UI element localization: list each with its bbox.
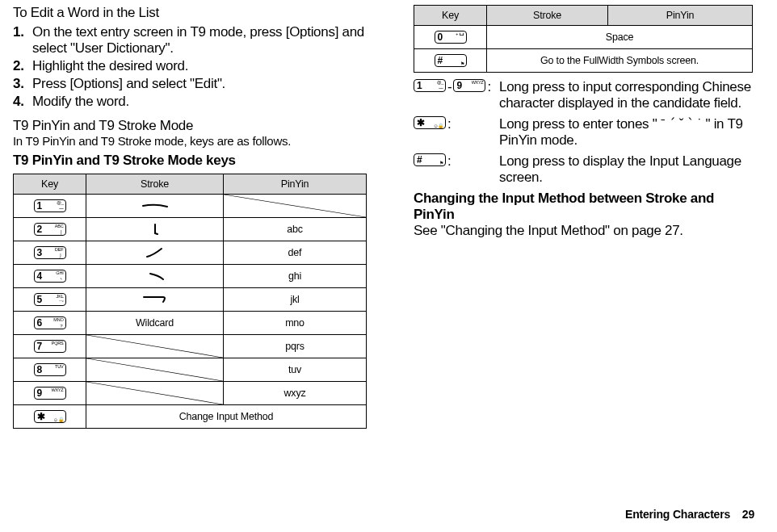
diagonal-blank-icon <box>86 358 223 381</box>
keycap-hash-icon: #⚑ <box>414 153 446 166</box>
cell-pinyin: wxyz <box>224 382 367 405</box>
keycap-7-icon: 7PQRS <box>34 340 66 353</box>
svg-line-1 <box>86 335 223 358</box>
def-hash: #⚑ : Long press to display the Input Lan… <box>414 153 753 186</box>
table-row: #⚑Go to the FullWidth Symbols screen. <box>414 49 753 73</box>
def-dash: - <box>447 79 452 95</box>
cell-key: 4GHI丶 <box>14 265 86 288</box>
heading-change-method: Changing the Input Method between Stroke… <box>414 191 753 223</box>
table-row: 9WXYZwxyz <box>14 382 367 405</box>
cell-pinyin: def <box>224 241 367 265</box>
heading-edit-word: To Edit a Word in the List <box>13 5 367 21</box>
table-header: Key <box>414 6 487 26</box>
step-item: 3.Press [Options] and select "Edit". <box>13 76 367 92</box>
def-star: ✱☺🔒 : Long press to enter tones " ˉ ˊ ˇ … <box>414 116 753 149</box>
keycap-8-icon: 8TUV <box>34 363 66 376</box>
cell-stroke <box>86 241 224 265</box>
stroke-zhe-icon <box>139 294 171 305</box>
def-1-9: 1@_一 - 9WXYZ : Long press to input corre… <box>414 79 753 111</box>
keycap-9-icon: 9WXYZ <box>453 79 485 92</box>
table-row: ✱☺🔒Change Input Method <box>14 405 367 429</box>
keycap-#-icon: #⚑ <box>435 54 467 67</box>
cell-pinyin <box>224 195 367 218</box>
step-number: 3. <box>13 76 32 92</box>
step-item: 2.Highlight the desired word. <box>13 58 367 74</box>
cell-stroke <box>86 265 224 288</box>
def-1-9-text: Long press to input corresponding Chines… <box>499 79 753 111</box>
table-header: PinYin <box>608 6 753 26</box>
stroke-shu-icon <box>139 224 171 235</box>
keycap-3-icon: 3DEF丿 <box>34 246 66 259</box>
step-item: 1.On the text entry screen in T9 mode, p… <box>13 24 367 57</box>
cell-key: 7PQRS <box>14 335 86 358</box>
svg-line-3 <box>86 382 223 404</box>
diagonal-blank-icon <box>86 382 223 404</box>
keycap-6-icon: 6MNO？ <box>34 316 66 329</box>
cell-key: 9WXYZ <box>14 382 86 405</box>
step-text: On the text entry screen in T9 mode, pre… <box>32 24 367 57</box>
keycap-2-icon: 2ABC丨 <box>34 223 66 236</box>
cell-key: 3DEF丿 <box>14 241 86 265</box>
cell-stroke <box>86 288 224 312</box>
cell-stroke <box>86 195 224 218</box>
cell-key: 8TUV <box>14 358 86 382</box>
cell-pinyin: jkl <box>224 288 367 312</box>
step-text: Highlight the desired word. <box>32 58 367 74</box>
table-row: 6MNO？Wildcardmno <box>14 312 367 335</box>
table-row: 1@_一 <box>14 195 367 218</box>
cell-key: 0+ ⌴ <box>414 26 487 49</box>
keycap-1-icon: 1@_一 <box>414 79 446 92</box>
diagonal-blank-icon <box>224 195 366 217</box>
step-item: 4.Modify the word. <box>13 94 367 110</box>
cell-stroke <box>86 335 224 358</box>
footer-label: Entering Characters <box>625 508 730 521</box>
stroke-heng-icon <box>139 200 171 212</box>
cell-key: ✱☺🔒 <box>14 405 86 429</box>
keycap-1-icon: 1@_一 <box>34 199 66 212</box>
keycap-star-icon: ✱☺🔒 <box>414 116 446 129</box>
cell-span: Go to the FullWidth Symbols screen. <box>487 49 753 73</box>
table-header: Key <box>14 174 86 195</box>
cell-pinyin: mno <box>224 312 367 335</box>
keycap-4-icon: 4GHI丶 <box>34 270 66 283</box>
table-header: Stroke <box>487 6 608 26</box>
keycap-5-icon: 5JKL乛 <box>34 293 66 306</box>
heading-mode: T9 PinYin and T9 Stroke Mode <box>13 118 367 134</box>
table-header: Stroke <box>86 174 224 195</box>
cell-pinyin: pqrs <box>224 335 367 358</box>
footer-page: 29 <box>742 508 754 521</box>
def-colon: : <box>447 153 451 170</box>
cell-stroke <box>86 358 224 382</box>
def-hash-text: Long press to display the Input Language… <box>499 153 753 186</box>
keycap-0-icon: 0+ ⌴ <box>435 31 467 44</box>
cell-key: 6MNO？ <box>14 312 86 335</box>
steps-list: 1.On the text entry screen in T9 mode, p… <box>13 24 367 110</box>
diagonal-blank-icon <box>86 335 223 358</box>
svg-line-0 <box>224 195 366 217</box>
keycap-✱-icon: ✱☺🔒 <box>34 410 66 423</box>
step-text: Press [Options] and select "Edit". <box>32 76 367 92</box>
step-number: 4. <box>13 94 32 110</box>
cell-span: Space <box>487 26 753 49</box>
mode-intro: In T9 PinYin and T9 Stroke mode, keys ar… <box>13 134 367 148</box>
table-row: 4GHI丶ghi <box>14 265 367 288</box>
cell-stroke <box>86 218 224 241</box>
cell-stroke <box>86 382 224 405</box>
page-footer: Entering Characters 29 <box>625 508 754 521</box>
cell-key: 5JKL乛 <box>14 288 86 312</box>
table-row: 3DEF丿def <box>14 241 367 265</box>
stroke-table-2: KeyStrokePinYin 0+ ⌴Space#⚑Go to the Ful… <box>414 5 753 73</box>
stroke-table-1: KeyStrokePinYin 1@_一2ABC丨abc3DEF丿def4GHI… <box>13 174 367 429</box>
table-row: 8TUVtuv <box>14 358 367 382</box>
step-text: Modify the word. <box>32 94 367 110</box>
svg-line-2 <box>86 358 223 381</box>
def-colon: : <box>487 79 490 95</box>
cell-pinyin: abc <box>224 218 367 241</box>
table-row: 7PQRSpqrs <box>14 335 367 358</box>
stroke-dian-icon <box>139 270 171 282</box>
cell-key: 2ABC丨 <box>14 218 86 241</box>
table-row: 5JKL乛jkl <box>14 288 367 312</box>
cell-pinyin: tuv <box>224 358 367 382</box>
cell-key: 1@_一 <box>14 195 86 218</box>
def-colon: : <box>447 116 451 132</box>
